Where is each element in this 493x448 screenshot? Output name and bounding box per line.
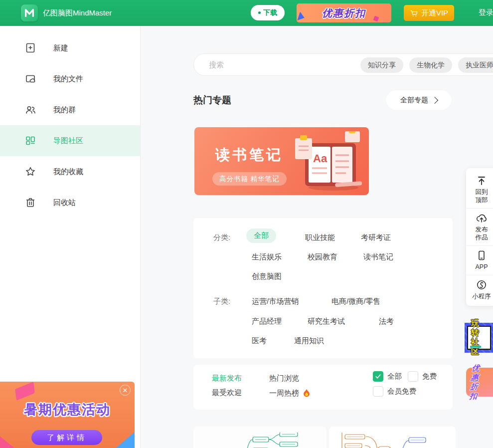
community-promo-badge[interactable]: 玩转社区	[465, 323, 493, 353]
checkbox-label: 免费	[422, 372, 437, 381]
publish-button[interactable]: 发布作品	[466, 208, 493, 245]
app-label: APP	[475, 263, 488, 271]
ad-title: 暑期优惠活动	[0, 401, 135, 419]
category-filter-card: 分类: 全部 职业技能 考研考证 生活娱乐 校园教育 读书笔记 创意脑图 子类:…	[193, 218, 453, 358]
checkbox-member-free[interactable]: 会员免费	[373, 386, 416, 397]
mini-program-icon	[476, 279, 487, 290]
dot-icon	[258, 11, 261, 14]
publish-label: 发布作品	[475, 225, 489, 241]
checkbox-label: 全部	[387, 372, 402, 381]
sidebar-item-community[interactable]: 导图社区	[0, 125, 140, 156]
my-files-icon	[25, 73, 37, 85]
community-badge-frame: 玩转社区	[467, 326, 491, 350]
discount-banner[interactable]: 优惠折扣	[297, 3, 391, 22]
category-item[interactable]: 校园教育	[308, 252, 337, 262]
section-title-hot-topics: 热门专题	[193, 94, 231, 107]
cloud-upload-icon	[476, 213, 488, 224]
trash-icon	[25, 197, 37, 209]
ad-details-button[interactable]: 了解详情	[31, 430, 102, 445]
vip-label: 开通VIP	[421, 8, 448, 18]
subcategory-item[interactable]: 通用知识	[294, 336, 324, 346]
cart-icon	[410, 9, 418, 17]
all-topics-button[interactable]: 全部专题	[386, 90, 451, 110]
category-label: 分类:	[213, 233, 230, 242]
orange-mindmap-sketch	[335, 432, 395, 448]
search-tag[interactable]: 执业医师	[458, 57, 493, 73]
community-badge-label: 玩转社区	[471, 319, 487, 357]
my-groups-icon	[25, 104, 37, 116]
ribbon-decoration	[15, 382, 35, 401]
sidebar-item-new[interactable]: 新建	[0, 32, 140, 63]
mindmap-thumbnail-green[interactable]	[193, 427, 327, 448]
subcategory-item[interactable]: 电商/微商/零售	[331, 297, 380, 306]
subcategory-item[interactable]: 医考	[252, 336, 267, 346]
mini-program-button[interactable]: 小程序	[466, 275, 493, 304]
blue-triangle-decoration	[109, 432, 135, 448]
checkbox-unchecked-icon	[373, 386, 383, 397]
green-mindmap-sketch	[206, 433, 326, 448]
discount-banner-label: 优惠折扣	[322, 6, 366, 20]
mindmaster-logo-icon	[21, 4, 38, 21]
summer-promo-ad: ✕ 暑期优惠活动 了解详情	[0, 382, 135, 448]
close-icon[interactable]: ✕	[120, 385, 131, 396]
subcategory-item[interactable]: 研究生考试	[308, 317, 345, 326]
brand[interactable]: 亿图脑图MindMaster	[21, 4, 112, 21]
search-tag[interactable]: 知识分享	[360, 57, 403, 73]
category-item-active[interactable]: 全部	[246, 228, 276, 243]
subcategory-item[interactable]: 产品经理	[252, 317, 282, 326]
app-title: 亿图脑图MindMaster	[43, 8, 112, 18]
search-hot-tags: 知识分享 生物化学 执业医师	[360, 57, 493, 73]
sidebar-item-label: 我的收藏	[53, 167, 83, 177]
app-header: 亿图脑图MindMaster 下载 优惠折扣 开通VIP 登录	[0, 0, 493, 26]
checkbox-all[interactable]: 全部	[373, 371, 402, 382]
back-to-top-button[interactable]: 回到顶部	[466, 171, 493, 208]
pink-triangle-decoration	[0, 429, 29, 448]
download-label: 下载	[263, 8, 277, 17]
subcategory-item[interactable]: 运营/市场营销	[252, 297, 299, 306]
category-item[interactable]: 创意脑图	[252, 272, 282, 281]
app-button[interactable]: APP	[466, 245, 493, 275]
checkbox-checked-icon	[373, 371, 383, 382]
sidebar-item-my-groups[interactable]: 我的群	[0, 94, 140, 125]
category-item[interactable]: 生活娱乐	[252, 252, 282, 262]
sort-option-newest[interactable]: 最新发布	[212, 374, 242, 383]
download-button[interactable]: 下载	[251, 5, 285, 20]
sidebar-item-label: 新建	[53, 43, 68, 53]
sidebar-item-favorites[interactable]: 我的收藏	[0, 156, 140, 187]
checkbox-unchecked-icon	[408, 371, 418, 382]
new-file-icon	[25, 42, 37, 54]
sidebar-item-trash[interactable]: 回收站	[0, 187, 140, 218]
category-item[interactable]: 职业技能	[305, 233, 335, 242]
category-item[interactable]: 考研考证	[361, 233, 391, 242]
sort-option-most-popular[interactable]: 最受欢迎	[212, 388, 242, 398]
category-item[interactable]: 读书笔记	[363, 252, 393, 262]
checkbox-label: 会员免费	[387, 387, 416, 396]
search-tag[interactable]: 生物化学	[409, 57, 452, 73]
reading-notes-banner[interactable]: 读书笔记 高分书籍 精华笔记 Aa	[194, 127, 369, 195]
back-to-top-label: 回到顶部	[475, 188, 489, 204]
weekly-hot-label: 一周热榜	[269, 389, 299, 398]
banner-title: 读书笔记	[215, 145, 283, 165]
login-link[interactable]: 登录	[479, 8, 493, 17]
sidebar-item-label: 我的群	[53, 105, 76, 115]
open-vip-button[interactable]: 开通VIP	[404, 5, 454, 21]
discount-promo-badge[interactable]: 优惠折扣	[466, 368, 493, 397]
sidebar-item-my-files[interactable]: 我的文件	[0, 63, 140, 94]
checkbox-free[interactable]: 免费	[408, 371, 437, 382]
svg-text:Aa: Aa	[313, 152, 328, 165]
sort-option-most-viewed[interactable]: 热门浏览	[269, 374, 299, 383]
sidebar-item-label: 导图社区	[53, 136, 83, 146]
search-bar: 知识分享 生物化学 执业医师	[193, 53, 493, 76]
float-toolbar: 回到顶部 发布作品 APP 小程序	[466, 168, 493, 306]
search-input[interactable]	[209, 60, 358, 69]
mindmap-thumbnail-card[interactable]	[329, 427, 456, 448]
subcategory-item[interactable]: 法考	[379, 317, 394, 326]
star-icon	[25, 166, 37, 178]
chevron-right-icon	[431, 97, 438, 104]
back-to-top-icon	[476, 175, 487, 186]
sort-option-weekly-hot[interactable]: 一周热榜	[269, 388, 312, 398]
sidebar-item-label: 回收站	[53, 198, 76, 208]
sidebar-item-label: 我的文件	[53, 74, 83, 84]
banner-illustration: Aa	[286, 131, 366, 194]
banner-subtitle: 高分书籍 精华笔记	[212, 172, 287, 186]
